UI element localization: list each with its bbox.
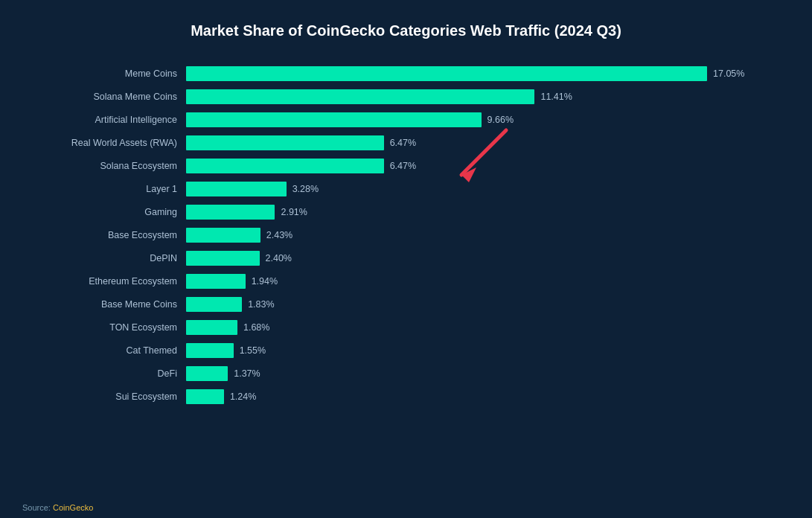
bar-row: Base Meme Coins1.83% [22, 294, 790, 315]
bar-row: Solana Ecosystem6.47% [22, 156, 790, 176]
bar-value-label: 1.68% [243, 322, 269, 333]
bar-label: TON Ecosystem [22, 322, 186, 333]
bar-row: TON Ecosystem1.68% [22, 317, 790, 338]
bar-row: Gaming2.91% [22, 202, 790, 223]
bar-row: Base Ecosystem2.43% [22, 225, 790, 246]
bar-fill [186, 89, 534, 104]
bar-track: 1.68% [186, 320, 790, 335]
bar-track: 1.37% [186, 366, 790, 381]
bar-track: 3.28% [186, 182, 790, 196]
bar-value-label: 1.55% [240, 345, 266, 356]
bar-label: Artificial Intelligence [22, 115, 186, 125]
bar-label: Sui Ecosystem [22, 391, 186, 402]
bar-row: Layer 13.28% [22, 179, 790, 199]
bar-label: Solana Meme Coins [22, 92, 186, 102]
bar-fill [186, 112, 482, 127]
bar-row: Meme Coins17.05% [22, 63, 790, 84]
bar-row: Real World Assets (RWA)6.47% [22, 132, 790, 153]
bar-track: 2.91% [186, 205, 790, 220]
bar-track: 1.24% [186, 389, 790, 404]
source-line: Source: CoinGecko [22, 503, 93, 512]
bar-row: Solana Meme Coins11.41% [22, 86, 790, 107]
bar-track: 1.83% [186, 297, 790, 312]
bar-value-label: 2.43% [266, 230, 292, 240]
bar-value-label: 11.41% [540, 92, 572, 102]
chart-title: Market Share of CoinGecko Categories Web… [22, 15, 790, 47]
bar-label: Solana Ecosystem [22, 161, 186, 171]
bar-label: Base Meme Coins [22, 299, 186, 310]
bar-track: 6.47% [186, 159, 790, 173]
bar-fill [186, 251, 260, 266]
bar-fill [186, 205, 275, 220]
bar-fill [186, 228, 260, 243]
bar-fill [186, 274, 246, 289]
bar-label: DeFi [22, 368, 186, 379]
bar-value-label: 6.47% [390, 161, 416, 171]
bar-row: Ethereum Ecosystem1.94% [22, 271, 790, 292]
bar-row: DePIN2.40% [22, 248, 790, 269]
bar-fill [186, 297, 242, 312]
bar-fill [186, 366, 228, 381]
bar-row: Sui Ecosystem1.24% [22, 386, 790, 407]
bar-track: 2.40% [186, 251, 790, 266]
bar-value-label: 2.91% [281, 207, 307, 217]
bar-label: Base Ecosystem [22, 230, 186, 240]
bar-value-label: 1.24% [230, 391, 256, 402]
bar-label: Real World Assets (RWA) [22, 138, 186, 148]
bar-label: Meme Coins [22, 68, 186, 79]
bar-fill [186, 182, 287, 196]
bar-fill [186, 159, 384, 173]
bar-value-label: 9.66% [487, 115, 514, 125]
bar-value-label: 1.94% [252, 276, 278, 287]
bar-row: Cat Themed1.55% [22, 340, 790, 361]
chart-container: Market Share of CoinGecko Categories Web… [0, 0, 812, 518]
bar-row: Artificial Intelligence9.66% [22, 109, 790, 130]
source-link[interactable]: CoinGecko [53, 503, 93, 512]
bar-label: Gaming [22, 207, 186, 217]
bar-value-label: 1.83% [248, 299, 274, 310]
bar-track: 11.41% [186, 89, 790, 104]
bar-fill [186, 343, 234, 358]
bar-track: 17.05% [186, 66, 790, 81]
bar-track: 9.66% [186, 112, 790, 127]
bar-fill [186, 66, 707, 81]
bar-label: Ethereum Ecosystem [22, 276, 186, 287]
bar-fill [186, 320, 237, 335]
source-label: Source: [22, 503, 53, 512]
bar-value-label: 1.37% [234, 368, 260, 379]
bar-value-label: 3.28% [292, 184, 319, 194]
bar-label: DePIN [22, 253, 186, 263]
bar-value-label: 17.05% [713, 68, 744, 79]
bar-track: 1.55% [186, 343, 790, 358]
bar-track: 2.43% [186, 228, 790, 243]
bar-value-label: 6.47% [390, 138, 416, 148]
chart-body: Meme Coins17.05%Solana Meme Coins11.41%A… [22, 63, 790, 488]
bar-row: DeFi1.37% [22, 363, 790, 384]
bar-track: 1.94% [186, 274, 790, 289]
bar-track: 6.47% [186, 135, 790, 150]
bar-value-label: 2.40% [266, 253, 292, 263]
bar-fill [186, 135, 384, 150]
bar-fill [186, 389, 224, 404]
bar-label: Cat Themed [22, 345, 186, 356]
bar-label: Layer 1 [22, 184, 186, 194]
